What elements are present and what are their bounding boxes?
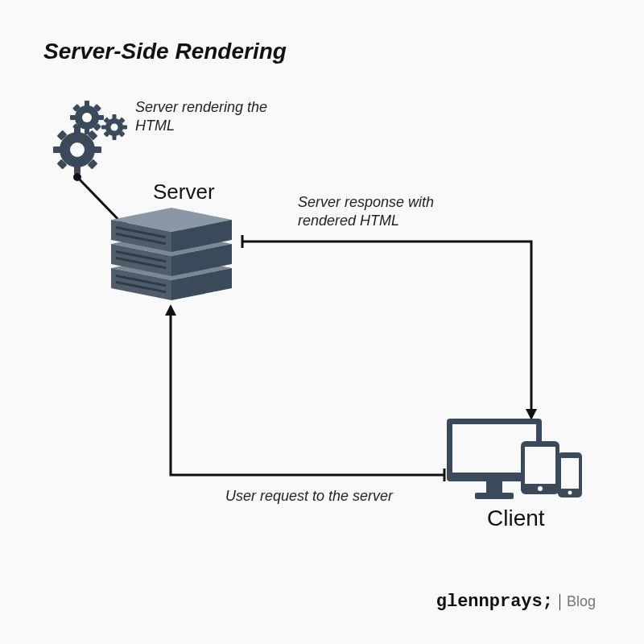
svg-rect-54: [486, 481, 502, 493]
svg-point-61: [568, 491, 572, 495]
svg-point-11: [82, 113, 92, 122]
svg-rect-14: [70, 115, 77, 120]
svg-rect-5: [92, 147, 101, 153]
svg-rect-4: [53, 147, 63, 153]
svg-rect-22: [113, 114, 117, 120]
response-caption: Server response with rendered HTML: [298, 193, 491, 231]
request-caption: User request to the server: [225, 487, 402, 506]
gears-icon: [48, 97, 137, 185]
svg-rect-23: [113, 134, 117, 140]
footer: glennprays; Blog: [436, 592, 596, 612]
footer-section: Blog: [567, 593, 596, 610]
footer-divider: [559, 594, 560, 610]
gear-caption: Server rendering the HTML: [135, 98, 296, 136]
svg-rect-57: [525, 447, 555, 484]
svg-point-1: [70, 142, 85, 157]
footer-brand: glennprays;: [436, 592, 553, 612]
svg-marker-51: [165, 304, 176, 316]
svg-rect-60: [561, 458, 579, 489]
svg-point-21: [111, 124, 118, 131]
svg-rect-55: [475, 493, 514, 499]
server-stack-icon: [103, 208, 240, 304]
svg-rect-24: [101, 126, 107, 130]
client-label: Client: [487, 506, 545, 531]
svg-point-58: [538, 486, 543, 491]
svg-rect-12: [85, 101, 89, 108]
svg-rect-13: [85, 127, 89, 134]
svg-rect-3: [74, 164, 80, 174]
server-label: Server: [153, 180, 215, 204]
svg-rect-15: [97, 115, 104, 120]
svg-rect-25: [122, 126, 127, 130]
diagram-title: Server-Side Rendering: [43, 39, 287, 64]
client-devices-icon: [447, 419, 588, 511]
